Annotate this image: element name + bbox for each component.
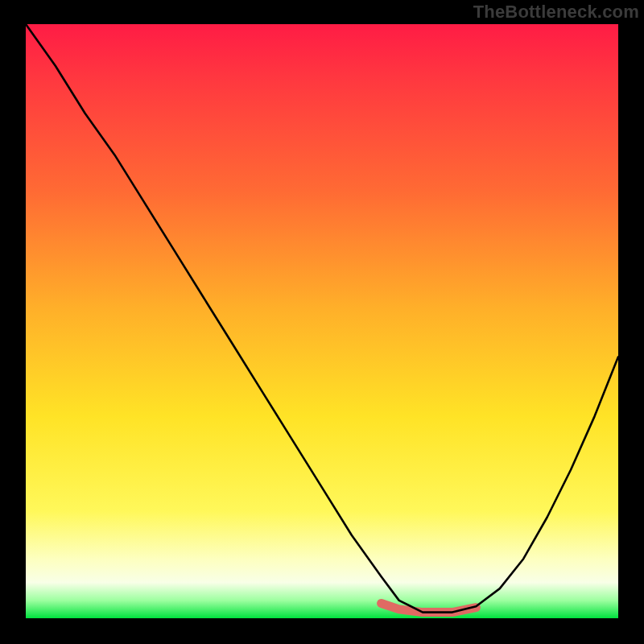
bottleneck-curve — [26, 24, 618, 613]
watermark-text: TheBottleneck.com — [473, 2, 639, 23]
curve-layer — [26, 24, 618, 618]
chart-stage: TheBottleneck.com — [0, 0, 644, 644]
plot-area — [26, 24, 618, 618]
